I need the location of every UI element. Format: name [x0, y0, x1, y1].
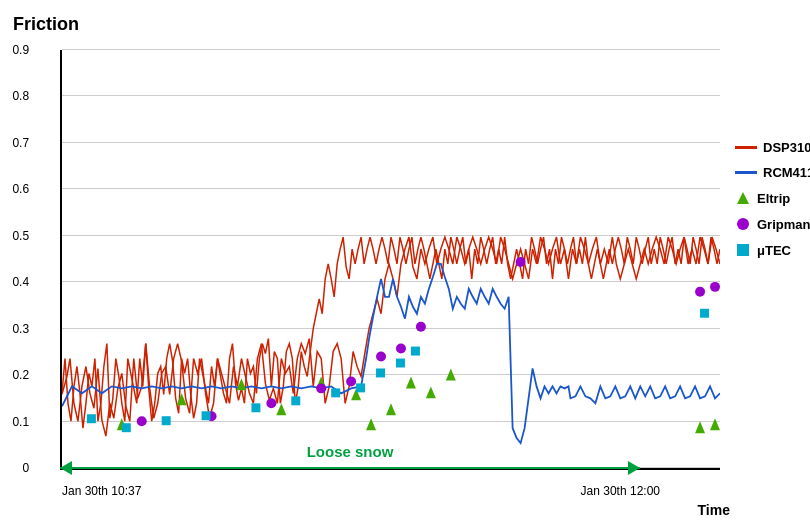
svg-marker-4	[276, 403, 286, 415]
svg-rect-29	[251, 403, 260, 412]
svg-rect-39	[737, 244, 749, 256]
legend-label-gripman: Gripman	[757, 217, 810, 232]
svg-rect-33	[376, 368, 385, 377]
legend-label-rcm411: RCM411	[763, 165, 810, 180]
y-label-02: 0.2	[12, 368, 29, 382]
svg-point-23	[695, 287, 705, 297]
svg-rect-26	[122, 423, 131, 432]
svg-marker-37	[737, 192, 749, 204]
y-label-07: 0.7	[12, 136, 29, 150]
svg-marker-11	[446, 368, 456, 380]
svg-rect-35	[411, 347, 420, 356]
svg-point-18	[346, 376, 356, 386]
svg-point-24	[710, 282, 720, 292]
y-label-0: 0	[22, 461, 29, 475]
chart-container: Friction 0 0.1 0.2 0.3 0.4 0.5 0.6 0.7 0…	[0, 0, 810, 529]
svg-rect-27	[162, 416, 171, 425]
legend-line-rcm411	[735, 171, 757, 174]
arrow-shaft	[60, 467, 640, 470]
x-label-start: Jan 30th 10:37	[62, 484, 141, 498]
chart-area: 0 0.1 0.2 0.3 0.4 0.5 0.6 0.7 0.8 0.9 Ja…	[60, 50, 720, 470]
gripman-points	[137, 257, 720, 426]
legend-label-dsp310: DSP310	[763, 140, 810, 155]
svg-rect-30	[291, 396, 300, 405]
legend-item-utec: μTEC	[735, 242, 805, 258]
arrow-head-right	[628, 461, 640, 475]
svg-rect-36	[700, 309, 709, 318]
svg-point-22	[516, 257, 526, 267]
x-axis-title: Time	[698, 502, 730, 518]
y-label-06: 0.6	[12, 182, 29, 196]
chart-svg	[62, 50, 720, 468]
svg-rect-25	[87, 414, 96, 423]
y-label-09: 0.9	[12, 43, 29, 57]
svg-point-38	[737, 218, 749, 230]
svg-marker-13	[710, 418, 720, 430]
legend-symbol-utec	[735, 242, 751, 258]
svg-rect-31	[331, 388, 340, 397]
svg-marker-12	[695, 421, 705, 433]
svg-rect-28	[202, 411, 211, 420]
legend-line-dsp310	[735, 146, 757, 149]
legend-label-utec: μTEC	[757, 243, 791, 258]
loose-snow-annotation: Loose snow	[60, 443, 640, 474]
svg-point-14	[137, 416, 147, 426]
y-label-08: 0.8	[12, 89, 29, 103]
legend-symbol-gripman	[735, 216, 751, 232]
svg-rect-34	[396, 359, 405, 368]
y-label-01: 0.1	[12, 415, 29, 429]
legend-item-eltrip: Eltrip	[735, 190, 805, 206]
legend-item-gripman: Gripman	[735, 216, 805, 232]
svg-point-20	[396, 344, 406, 354]
svg-marker-10	[426, 386, 436, 398]
legend-item-dsp310: DSP310	[735, 140, 805, 155]
svg-marker-7	[366, 418, 376, 430]
legend-item-rcm411: RCM411	[735, 165, 805, 180]
y-label-04: 0.4	[12, 275, 29, 289]
loose-snow-label: Loose snow	[307, 443, 394, 460]
x-label-end: Jan 30th 12:00	[581, 484, 660, 498]
chart-title: Friction	[13, 14, 79, 35]
svg-point-21	[416, 322, 426, 332]
y-label-05: 0.5	[12, 229, 29, 243]
svg-rect-32	[356, 383, 365, 392]
svg-marker-8	[386, 403, 396, 415]
legend: DSP310 RCM411 Eltrip Gripman μTEC	[735, 140, 805, 268]
loose-snow-arrow-line	[60, 462, 640, 474]
svg-point-16	[266, 398, 276, 408]
legend-symbol-eltrip	[735, 190, 751, 206]
y-label-03: 0.3	[12, 322, 29, 336]
svg-point-19	[376, 352, 386, 362]
svg-point-17	[316, 383, 326, 393]
svg-marker-9	[406, 376, 416, 388]
legend-label-eltrip: Eltrip	[757, 191, 790, 206]
